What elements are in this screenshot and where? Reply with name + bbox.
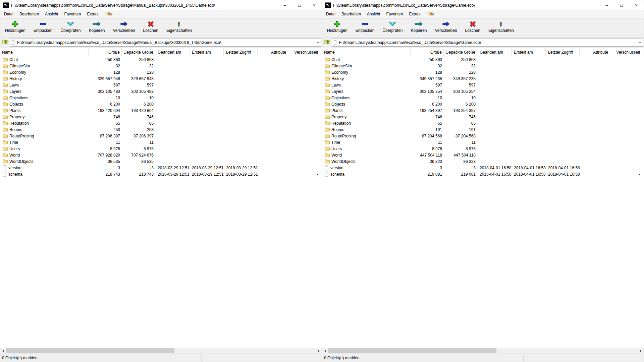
file-row[interactable]: Economy128128 bbox=[0, 69, 322, 75]
column-header-verschluesselt[interactable]: Verschlüsselt bbox=[610, 48, 642, 56]
minimize-button[interactable]: – bbox=[277, 0, 292, 10]
toolbar-button-move-arrow[interactable]: Verschieben bbox=[109, 19, 139, 37]
file-row[interactable]: Chat250 863250 863 bbox=[322, 56, 644, 63]
toolbar-button-move-arrow[interactable]: Verschieben bbox=[431, 19, 461, 37]
file-row[interactable]: Objectives1010 bbox=[0, 95, 322, 101]
toolbar-button-test-check[interactable]: Überprüfen bbox=[56, 19, 85, 37]
up-one-level-button[interactable] bbox=[323, 39, 332, 47]
file-row[interactable]: Time1111 bbox=[0, 139, 322, 145]
file-row[interactable]: Objects6 2006 200 bbox=[322, 101, 644, 107]
column-header-letzter-zugriff[interactable]: Letzter Zugriff bbox=[224, 48, 258, 56]
menu-item-favoriten[interactable]: Favoriten bbox=[383, 10, 406, 18]
toolbar-button-info[interactable]: iEigenschaften bbox=[484, 19, 518, 37]
toolbar-button-add-plus[interactable]: Hinzufügen bbox=[323, 19, 352, 37]
horizontal-scrollbar[interactable] bbox=[0, 348, 322, 354]
file-row[interactable]: History349 357 235349 357 235 bbox=[322, 75, 644, 82]
column-header-erstellt-am[interactable]: Erstellt am bbox=[190, 48, 224, 56]
file-row[interactable]: Objectives1010 bbox=[322, 95, 644, 101]
file-row[interactable]: schema219 081219 0812018-04-01 16:582018… bbox=[322, 171, 644, 177]
toolbar-button-test-check[interactable]: Überprüfen bbox=[378, 19, 407, 37]
column-header-verschluesselt[interactable]: Verschlüsselt bbox=[288, 48, 320, 56]
column-header-erstellt-am[interactable]: Erstellt am bbox=[512, 48, 546, 56]
file-row[interactable]: Rooms191191 bbox=[322, 126, 644, 133]
scrollbar-thumb[interactable] bbox=[328, 348, 496, 353]
column-header-groesse[interactable]: Größe bbox=[411, 48, 444, 56]
address-combobox[interactable]: F:\SteamLibrary\steamapps\common\Eco\Eco… bbox=[10, 39, 321, 47]
scroll-left-arrow-icon[interactable] bbox=[2, 350, 4, 352]
file-row[interactable]: History329 657 948329 657 948 bbox=[0, 75, 322, 82]
address-dropdown-arrow[interactable] bbox=[315, 42, 321, 44]
file-row[interactable]: Plants193 420 604193 420 604 bbox=[0, 107, 322, 114]
file-row[interactable]: Objects6 2006 200 bbox=[0, 101, 322, 107]
address-combobox[interactable]: F:\SteamLibrary\steamapps\common\Eco\Eco… bbox=[332, 39, 643, 47]
file-row[interactable]: WorldObjects36 32336 323 bbox=[322, 158, 644, 165]
menu-item-extras[interactable]: Extras bbox=[406, 10, 423, 18]
menu-item-datei[interactable]: Datei bbox=[323, 10, 338, 18]
file-row[interactable]: World707 928 820707 924 676 bbox=[0, 152, 322, 158]
file-row[interactable]: Laws597597 bbox=[0, 82, 322, 88]
file-row[interactable]: RouteProbing87 204 56887 204 568 bbox=[322, 133, 644, 139]
menu-item-ansicht[interactable]: Ansicht bbox=[364, 10, 383, 18]
title-bar[interactable]: 7z F:\SteamLibrary\steamapps\common\Eco\… bbox=[322, 0, 644, 10]
toolbar-button-copy-arrow[interactable]: Kopieren bbox=[407, 19, 431, 37]
file-row[interactable]: version332018-04-01 16:582018-04-01 16:5… bbox=[322, 165, 644, 171]
scroll-left-arrow-icon[interactable] bbox=[324, 350, 326, 352]
column-header-gepackte-groesse[interactable]: Gepackte Größe bbox=[122, 48, 155, 56]
menu-item-hilfe[interactable]: Hilfe bbox=[101, 10, 115, 18]
file-row[interactable]: ClimateSim3232 bbox=[0, 63, 322, 69]
up-one-level-button[interactable] bbox=[1, 39, 10, 47]
file-row[interactable]: WorldObjects36 53536 535 bbox=[0, 158, 322, 165]
toolbar-button-add-plus[interactable]: Hinzufügen bbox=[1, 19, 30, 37]
file-row[interactable]: ClimateSim3232 bbox=[322, 63, 644, 69]
toolbar-button-extract-minus[interactable]: Entpacken bbox=[30, 19, 57, 37]
scroll-right-arrow-icon[interactable] bbox=[640, 350, 642, 352]
toolbar-button-info[interactable]: iEigenschaften bbox=[162, 19, 196, 37]
file-row[interactable]: schema218 743218 7432018-03-29 12:512018… bbox=[0, 171, 322, 177]
column-header-gepackte-groesse[interactable]: Gepackte Größe bbox=[444, 48, 477, 56]
toolbar-button-extract-minus[interactable]: Entpacken bbox=[352, 19, 379, 37]
menu-item-bearbeiten[interactable]: Bearbeiten bbox=[338, 10, 364, 18]
address-dropdown-arrow[interactable] bbox=[637, 42, 643, 44]
column-header-groesse[interactable]: Größe bbox=[89, 48, 122, 56]
file-row[interactable]: Reputation6565 bbox=[322, 120, 644, 126]
column-header-geaendert-am[interactable]: Geändert am bbox=[155, 48, 190, 56]
horizontal-scrollbar[interactable] bbox=[322, 348, 644, 354]
minimize-button[interactable]: – bbox=[599, 0, 614, 10]
file-row[interactable]: Rooms253253 bbox=[0, 126, 322, 133]
file-row[interactable]: Users8 9758 975 bbox=[0, 145, 322, 152]
file-row[interactable]: Users8 9758 975 bbox=[322, 145, 644, 152]
file-row[interactable]: World447 504 118447 504 118 bbox=[322, 152, 644, 158]
file-row[interactable]: Layers303 105 254303 105 254 bbox=[322, 88, 644, 95]
column-header-name[interactable]: Name bbox=[322, 48, 411, 56]
file-row[interactable]: Property746746 bbox=[0, 114, 322, 120]
menu-item-ansicht[interactable]: Ansicht bbox=[42, 10, 61, 18]
file-row[interactable]: RouteProbing87 206 39787 206 397 bbox=[0, 133, 322, 139]
column-header-attribute[interactable]: Attribute bbox=[580, 48, 610, 56]
file-row[interactable]: Plants193 254 397193 254 397 bbox=[322, 107, 644, 114]
file-row[interactable]: Reputation6565 bbox=[0, 120, 322, 126]
file-row[interactable]: Laws597597 bbox=[322, 82, 644, 88]
file-row[interactable]: Layers303 105 483303 105 483 bbox=[0, 88, 322, 95]
title-bar[interactable]: 7z F:\SteamLibrary\steamapps\common\Eco\… bbox=[0, 0, 322, 10]
file-row[interactable]: Economy128128 bbox=[322, 69, 644, 75]
file-row[interactable]: Time1111 bbox=[322, 139, 644, 145]
file-row[interactable]: Chat250 863250 863 bbox=[0, 56, 322, 63]
maximize-button[interactable]: □ bbox=[292, 0, 307, 10]
column-header-attribute[interactable]: Attribute bbox=[258, 48, 288, 56]
column-header-name[interactable]: Name bbox=[0, 48, 89, 56]
toolbar-button-delete-x[interactable]: Löschen bbox=[461, 19, 484, 37]
toolbar-button-copy-arrow[interactable]: Kopieren bbox=[85, 19, 109, 37]
maximize-button[interactable]: □ bbox=[614, 0, 629, 10]
close-button[interactable]: × bbox=[307, 0, 322, 10]
file-row[interactable]: Property746746 bbox=[322, 114, 644, 120]
scroll-right-arrow-icon[interactable] bbox=[318, 350, 320, 352]
file-row[interactable]: version332018-03-29 12:512018-03-29 12:5… bbox=[0, 165, 322, 171]
toolbar-button-delete-x[interactable]: Löschen bbox=[139, 19, 162, 37]
column-header-geaendert-am[interactable]: Geändert am bbox=[477, 48, 512, 56]
close-button[interactable]: × bbox=[629, 0, 644, 10]
menu-item-favoriten[interactable]: Favoriten bbox=[61, 10, 84, 18]
menu-item-datei[interactable]: Datei bbox=[1, 10, 16, 18]
menu-item-hilfe[interactable]: Hilfe bbox=[423, 10, 437, 18]
menu-item-bearbeiten[interactable]: Bearbeiten bbox=[16, 10, 42, 18]
menu-item-extras[interactable]: Extras bbox=[84, 10, 101, 18]
